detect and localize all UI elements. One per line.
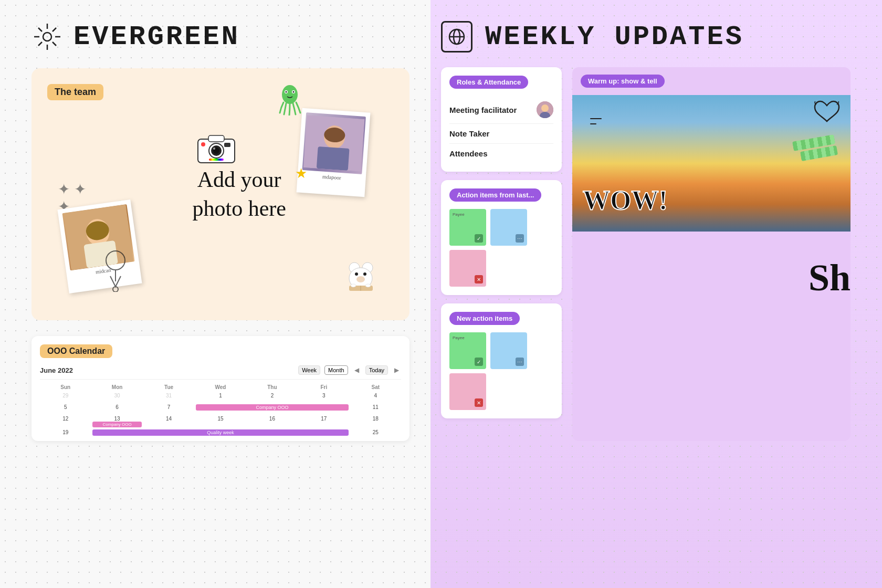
weekly-icon	[441, 21, 472, 52]
cal-event-quality-week: Quality week	[91, 428, 349, 440]
calendar-row-3: 12 13 Company OOO 14 15 16 17 18	[40, 415, 401, 428]
svg-point-31	[293, 91, 295, 93]
warmup-col: Warm up: show & tell	[572, 67, 850, 441]
new-action-badge: New action items	[449, 312, 520, 325]
today-btn[interactable]: Today	[365, 365, 388, 375]
left-header: EVERGREEN	[32, 21, 410, 52]
svg-line-5	[52, 42, 56, 46]
heart-sticker	[814, 100, 840, 129]
cal-event-company-ooo: Company OOO	[195, 403, 349, 415]
sticky-blue-2[interactable]: ⋯	[490, 332, 527, 369]
calendar-day-headers: Sun Mon Tue Wed Thu Fri Sat	[40, 383, 401, 392]
photo-right	[302, 112, 366, 174]
roles-card: Roles & Attendance Meeting facilitator	[441, 67, 562, 172]
svg-point-40	[351, 284, 356, 287]
sticky-pink-2[interactable]: ✕	[449, 373, 486, 410]
cal-cell: 11	[350, 403, 401, 415]
svg-point-29	[286, 91, 287, 93]
facilitator-row: Meeting facilitator	[449, 96, 553, 124]
warmup-badge: Warm up: show & tell	[581, 75, 665, 88]
svg-point-41	[365, 284, 371, 287]
right-column: WEEKLY UPDATES Roles & Attendance Meetin…	[441, 21, 850, 441]
star-yellow: ★	[295, 165, 307, 182]
cal-cell: 27	[91, 440, 142, 441]
sticky-pink-1[interactable]: ✕	[449, 250, 486, 287]
month-view-btn[interactable]: Month	[324, 365, 348, 375]
cal-cell: 17	[298, 415, 349, 428]
svg-line-6	[52, 28, 56, 32]
sh-section: Sh	[572, 232, 850, 295]
cal-cell: 6	[91, 403, 142, 415]
cal-cell: 4	[350, 392, 401, 403]
calendar-controls: Week Month ◀ Today ▶	[298, 365, 401, 375]
action-last-card: Action items from last... Payee ✓ ⋯ ✕	[441, 180, 562, 295]
cal-cell: 15	[195, 415, 246, 428]
facilitator-label: Meeting facilitator	[449, 106, 517, 114]
note-taker-row: Note Taker	[449, 124, 553, 144]
svg-point-19	[201, 142, 205, 146]
cal-cell: 1	[298, 440, 349, 441]
bear-sticker	[344, 258, 378, 299]
cal-cell: 28	[143, 440, 194, 441]
warmup-image: WOW!	[572, 95, 850, 232]
calendar-row-2: 5 6 7 Company OOO 11	[40, 403, 401, 415]
right-header: WEEKLY UPDATES	[441, 21, 850, 52]
day-thu: Thu	[247, 383, 298, 392]
company-ooo-event: Company OOO	[196, 404, 348, 411]
weekly-title: WEEKLY UPDATES	[485, 22, 744, 52]
cal-cell: 14	[143, 415, 194, 428]
cal-cell: 30	[247, 440, 298, 441]
cal-cell: 31	[143, 392, 194, 403]
team-badge: The team	[47, 84, 103, 100]
right-content: Roles & Attendance Meeting facilitator	[441, 67, 850, 441]
sticky-green-2[interactable]: Payee ✓	[449, 332, 486, 369]
attendees-label: Attendees	[449, 149, 488, 158]
svg-point-36	[363, 272, 366, 276]
company-ooo-2: Company OOO	[92, 422, 141, 427]
day-wed: Wed	[195, 383, 246, 392]
cal-cell: 19	[40, 428, 91, 440]
logo-title: EVERGREEN	[74, 22, 240, 52]
ooo-badge: OOO Calendar	[40, 344, 112, 358]
svg-point-42	[106, 251, 125, 270]
svg-line-4	[38, 28, 42, 32]
check-blocked-2[interactable]: ✕	[475, 398, 483, 407]
cal-cell: 26	[40, 440, 91, 441]
svg-point-37	[356, 276, 365, 282]
action-last-badge: Action items from last...	[449, 188, 541, 202]
warmup-header: Warm up: show & tell	[572, 67, 850, 95]
check-done-1[interactable]: ✓	[475, 234, 483, 243]
day-mon: Mon	[91, 383, 142, 392]
sticky-text: Payee	[453, 212, 483, 217]
check-done-2[interactable]: ✓	[475, 358, 483, 366]
octopus-sticker	[276, 84, 304, 122]
calendar-grid: Sun Mon Tue Wed Thu Fri Sat 29 30 31 1 2…	[40, 383, 401, 441]
cal-cell: 3	[298, 392, 349, 403]
calendar-month: June 2022	[40, 366, 73, 374]
svg-point-35	[355, 272, 358, 276]
check-blocked-1[interactable]: ✕	[475, 275, 483, 284]
sticky-green-1[interactable]: Payee ✓	[449, 209, 486, 246]
cal-cell: 18	[350, 415, 401, 428]
wow-text: WOW!	[583, 185, 668, 216]
roles-col: Roles & Attendance Meeting facilitator	[441, 67, 562, 441]
sticky-blue-1[interactable]: ⋯	[490, 209, 527, 246]
cal-cell: 29	[195, 440, 246, 441]
calendar-header: June 2022 Week Month ◀ Today ▶	[40, 363, 401, 380]
svg-rect-20	[224, 143, 230, 147]
week-view-btn[interactable]: Week	[298, 365, 320, 375]
day-sun: Sun	[40, 383, 91, 392]
svg-rect-22	[209, 159, 224, 161]
check-in-progress-2[interactable]: ⋯	[516, 358, 524, 366]
add-photo-text[interactable]: Add your photo here	[192, 165, 286, 223]
new-action-stickies: Payee ✓ ⋯ ✕	[449, 332, 553, 410]
cal-cell: 29	[40, 392, 91, 403]
action-last-stickies: Payee ✓ ⋯ ✕	[449, 209, 553, 287]
svg-rect-25	[317, 146, 350, 171]
sh-text: Sh	[808, 256, 850, 300]
left-column: EVERGREEN The team ✦ ✦✦	[32, 21, 410, 441]
svg-point-49	[541, 104, 549, 112]
logo-icon	[32, 21, 63, 52]
quality-week-event: Quality week	[92, 429, 348, 436]
check-in-progress-1[interactable]: ⋯	[516, 234, 524, 243]
